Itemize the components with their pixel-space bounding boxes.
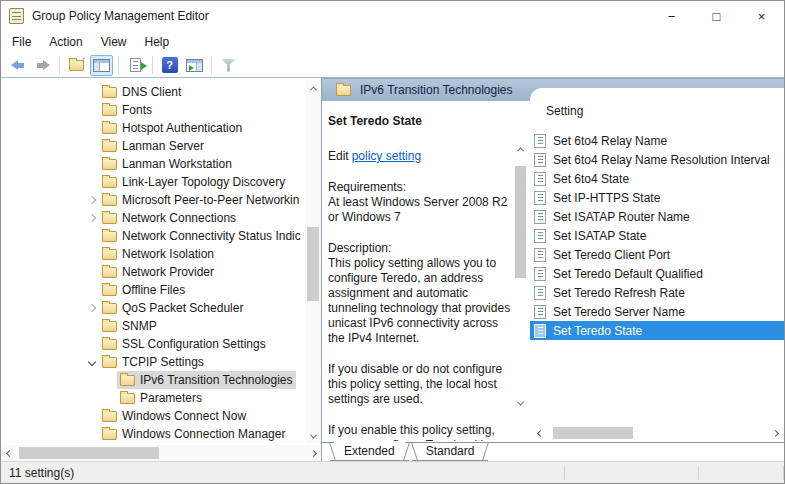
tree-item-hotspot-authentication[interactable]: Hotspot Authentication [1,119,304,137]
setting-item-set-ip-https-state[interactable]: Set IP-HTTPS State [530,188,784,207]
scroll-thumb[interactable] [515,166,526,278]
tab-standard[interactable]: Standard [412,443,489,461]
expand-chevron-icon[interactable] [85,305,99,311]
tree-item-dns-client[interactable]: DNS Client [1,83,304,101]
menu-action[interactable]: Action [40,32,91,52]
forward-icon[interactable] [31,55,54,76]
pane-header-title: IPv6 Transition Technologies [360,83,513,97]
menu-help[interactable]: Help [136,32,179,52]
tree-item-offline-files[interactable]: Offline Files [1,281,304,299]
tree-item-label: IPv6 Transition Technologies [140,373,293,387]
folder-icon [102,123,117,134]
scroll-right-arrow[interactable] [305,445,321,461]
tree-item-content: Hotspot Authentication [99,119,245,137]
show-action-pane-icon[interactable] [183,55,206,76]
tree-item-windows-connect-now[interactable]: Windows Connect Now [1,407,304,425]
tree-item-lanman-server[interactable]: Lanman Server [1,137,304,155]
maximize-button[interactable]: □ [694,1,739,31]
tree-item-microsoft-peer-to-peer-networkin[interactable]: Microsoft Peer-to-Peer Networkin [1,191,304,209]
tree-item-network-connectivity-status-indic[interactable]: Network Connectivity Status Indic [1,227,304,245]
tree-item-network-provider[interactable]: Network Provider [1,263,304,281]
menu-file[interactable]: File [3,32,40,52]
tree-item-label: Lanman Server [122,139,204,153]
tree-item-label: Fonts [122,103,152,117]
tree-item-link-layer-topology-discovery[interactable]: Link-Layer Topology Discovery [1,173,304,191]
help-icon[interactable]: ? [158,55,181,76]
setting-item-label: Set Teredo Default Qualified [553,267,703,281]
tree-item-qos-packet-scheduler[interactable]: QoS Packet Scheduler [1,299,304,317]
expand-chevron-icon[interactable] [85,197,99,203]
up-one-level-icon[interactable]: ↑ [65,55,88,76]
folder-icon [102,321,117,332]
setting-item-set-teredo-server-name[interactable]: Set Teredo Server Name [530,302,784,321]
scroll-up-arrow[interactable] [512,141,528,157]
setting-item-label: Set IP-HTTPS State [553,191,660,205]
filter-icon[interactable] [217,55,240,76]
show-console-tree-icon[interactable] [90,55,113,76]
tree-item-label: Parameters [140,391,202,405]
tree-item-ipv6-transition-technologies[interactable]: IPv6 Transition Technologies [1,371,304,389]
expand-chevron-icon[interactable] [85,215,99,221]
tree-item-windows-connection-manager[interactable]: Windows Connection Manager [1,425,304,443]
tree-item-content: SSL Configuration Settings [99,335,269,353]
scroll-thumb[interactable] [553,427,633,439]
setting-item-set-teredo-default-qualified[interactable]: Set Teredo Default Qualified [530,264,784,283]
setting-item-set-6to4-relay-name-resolution-interval[interactable]: Set 6to4 Relay Name Resolution Interval [530,150,784,169]
scroll-left-arrow[interactable] [1,445,17,461]
setting-item-set-teredo-refresh-rate[interactable]: Set Teredo Refresh Rate [530,283,784,302]
settings-list-panel: Setting Set 6to4 Relay NameSet 6to4 Rela… [530,88,784,442]
tree-item-label: Offline Files [122,283,185,297]
export-list-icon[interactable] [124,55,147,76]
tree-item-content: Network Connections [99,209,239,227]
tree-item-content: TCPIP Settings [99,353,207,371]
menu-view[interactable]: View [92,32,136,52]
scroll-down-arrow[interactable] [305,428,321,444]
tree-item-parameters[interactable]: Parameters [1,389,304,407]
tree-item-network-connections[interactable]: Network Connections [1,209,304,227]
tree-item-network-isolation[interactable]: Network Isolation [1,245,304,263]
setting-item-label: Set 6to4 State [553,172,629,186]
list-horizontal-scrollbar[interactable] [532,426,783,440]
setting-column-header[interactable]: Setting [546,104,784,118]
toolbar-separator [59,56,60,74]
tree-item-snmp[interactable]: SNMP [1,317,304,335]
policy-setting-link[interactable]: policy setting [352,149,421,163]
tree-item-tcpip-settings[interactable]: TCPIP Settings [1,353,304,371]
folder-icon [102,213,117,224]
folder-icon [102,141,117,152]
setting-item-set-isatap-router-name[interactable]: Set ISATAP Router Name [530,207,784,226]
tree-item-fonts[interactable]: Fonts [1,101,304,119]
scroll-up-arrow[interactable] [305,80,321,96]
tree-item-lanman-workstation[interactable]: Lanman Workstation [1,155,304,173]
scroll-right-arrow[interactable] [767,426,783,440]
back-icon[interactable] [6,55,29,76]
policy-setting-icon [534,286,546,300]
description-vertical-scrollbar[interactable] [512,141,529,411]
tree-item-content: Lanman Workstation [99,155,235,173]
tree-horizontal-scrollbar[interactable] [1,445,321,461]
folder-icon [102,357,117,368]
scroll-thumb[interactable] [19,447,159,459]
setting-item-label: Set Teredo Refresh Rate [553,286,685,300]
setting-item-set-isatap-state[interactable]: Set ISATAP State [530,226,784,245]
tree-item-ssl-configuration-settings[interactable]: SSL Configuration Settings [1,335,304,353]
description-paragraph: Requirements: At least Windows Server 20… [328,180,512,225]
minimize-button[interactable]: − [649,1,694,31]
policy-setting-icon [534,172,546,186]
tree-vertical-scrollbar[interactable] [305,80,321,444]
setting-item-set-6to4-relay-name[interactable]: Set 6to4 Relay Name [530,131,784,150]
policy-setting-icon [534,229,546,243]
close-button[interactable]: × [739,1,784,31]
tab-extended[interactable]: Extended [330,443,409,461]
scroll-down-arrow[interactable] [512,395,528,411]
expand-chevron-icon[interactable] [85,359,99,365]
scroll-left-arrow[interactable] [532,426,548,440]
scroll-thumb[interactable] [307,227,319,301]
setting-item-set-teredo-client-port[interactable]: Set Teredo Client Port [530,245,784,264]
setting-item-label: Set ISATAP State [553,229,646,243]
details-pane: IPv6 Transition Technologies Set Teredo … [322,78,784,461]
toolbar-separator [118,56,119,74]
setting-item-set-teredo-state[interactable]: Set Teredo State [530,321,784,340]
tree-item-content: Network Provider [99,263,217,281]
setting-item-set-6to4-state[interactable]: Set 6to4 State [530,169,784,188]
